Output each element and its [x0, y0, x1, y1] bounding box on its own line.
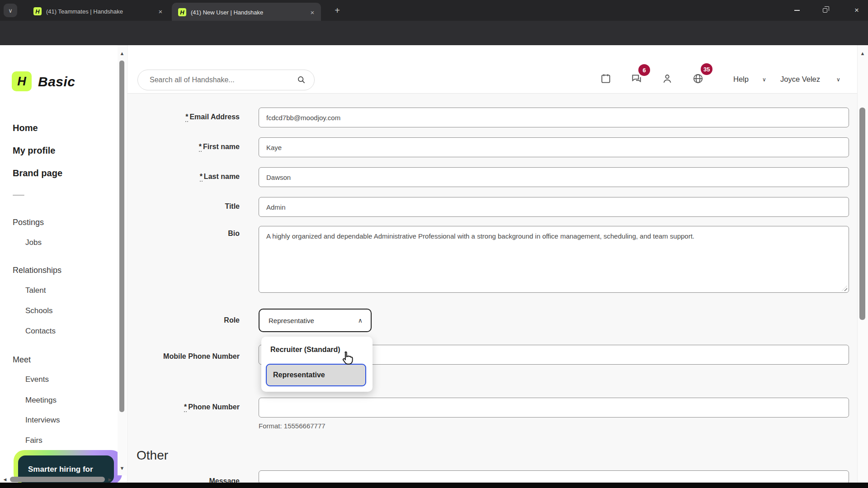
handshake-favicon-icon: H: [33, 7, 42, 15]
sidebar-content-divider: [127, 45, 127, 483]
sidebar-group-postings[interactable]: Postings: [13, 218, 44, 227]
bio-field[interactable]: A highly organized and dependable Admini…: [259, 226, 849, 293]
phone-format-hint: Format: 15556667777: [259, 422, 326, 430]
scroll-down-arrow-icon[interactable]: ▼: [118, 464, 127, 473]
sidebar-item-fairs[interactable]: Fairs: [25, 436, 42, 445]
role-option-recruiter-standard[interactable]: Recruiter (Standard): [270, 346, 340, 354]
tab-strip: ∨ H (41) Teammates | Handshake × H (41) …: [0, 0, 868, 21]
bio-label: Bio: [127, 230, 240, 238]
message-field[interactable]: [259, 470, 849, 484]
chevron-down-icon: ∨: [8, 7, 13, 14]
window-close-button[interactable]: ×: [846, 0, 867, 21]
window-minimize-button[interactable]: [787, 0, 807, 21]
email-field[interactable]: [259, 108, 849, 127]
scroll-up-arrow-icon[interactable]: ▲: [857, 49, 868, 58]
sidebar-item-my-profile[interactable]: My profile: [13, 145, 55, 156]
mobile-label: Mobile Phone Number: [127, 352, 240, 361]
user-menu[interactable]: Joyce Velez: [780, 75, 820, 84]
required-marker: *: [199, 143, 202, 152]
mouse-cursor-icon: [340, 351, 355, 366]
new-tab-button[interactable]: +: [331, 5, 343, 16]
role-selected-value: Representative: [259, 317, 358, 324]
tab-title: (41) Teammates | Handshake: [46, 8, 156, 15]
required-marker: *: [185, 113, 188, 122]
browser-window: ∨ H (41) Teammates | Handshake × H (41) …: [0, 0, 868, 488]
sidebar-hscrollbar-thumb[interactable]: [10, 477, 105, 482]
role-option-representative[interactable]: Representative: [266, 364, 366, 386]
sidebar-item-schools[interactable]: Schools: [25, 306, 52, 315]
promo-text: Smarter hiring for: [28, 465, 93, 474]
content-scrollbar-thumb[interactable]: [859, 108, 865, 320]
window-restore-button[interactable]: [815, 0, 835, 21]
handshake-favicon-icon: H: [178, 8, 186, 16]
sidebar-group-relationships[interactable]: Relationships: [13, 266, 61, 275]
browser-toolbar: ← → ↻ app.joinhandshake.com/emp/users/ne…: [0, 21, 868, 45]
sidebar-item-brand-page[interactable]: Brand page: [13, 168, 62, 178]
chevron-down-icon: ∨: [762, 76, 766, 83]
sidebar-item-home[interactable]: Home: [13, 123, 38, 133]
global-search[interactable]: [137, 70, 315, 90]
role-label: Role: [127, 316, 240, 324]
globe-icon[interactable]: [692, 72, 704, 85]
chevron-up-icon: ∧: [358, 317, 371, 324]
tab-close-icon[interactable]: ×: [156, 6, 165, 16]
search-icon: [297, 75, 306, 86]
sidebar-item-jobs[interactable]: Jobs: [25, 238, 42, 247]
first-name-field[interactable]: [259, 137, 849, 157]
sidebar-group-meet[interactable]: Meet: [13, 355, 31, 365]
sidebar-scrollbar-thumb[interactable]: [119, 61, 124, 412]
sidebar-item-talent[interactable]: Talent: [25, 286, 46, 295]
title-field[interactable]: [259, 197, 849, 217]
tab-search-button[interactable]: ∨: [4, 4, 17, 17]
close-icon: ×: [854, 6, 859, 15]
help-menu[interactable]: Help: [733, 75, 749, 84]
email-label: *Email Address: [127, 113, 240, 121]
role-dropdown-menu: Recruiter (Standard) Representative: [261, 337, 373, 392]
sidebar-divider: [13, 195, 24, 196]
required-marker: *: [200, 173, 203, 182]
tab-title: (41) New User | Handshake: [191, 9, 307, 16]
title-label: Title: [127, 202, 240, 211]
first-name-label: *First name: [127, 143, 240, 151]
tab-new-user[interactable]: H (41) New User | Handshake ×: [172, 3, 321, 21]
calendar-icon[interactable]: [599, 72, 612, 85]
plus-icon: +: [335, 5, 340, 16]
restore-icon: [823, 8, 827, 13]
plan-name-basic: Basic: [38, 74, 75, 89]
chevron-down-icon: ∨: [836, 76, 840, 83]
sidebar-item-meetings[interactable]: Meetings: [25, 396, 57, 405]
search-input[interactable]: [150, 70, 285, 89]
role-select[interactable]: Representative ∧: [259, 309, 372, 332]
window-bottom-edge: [0, 483, 868, 488]
tab-close-icon[interactable]: ×: [307, 7, 317, 17]
phone-label: *Phone Number: [127, 403, 240, 411]
phone-field[interactable]: [259, 398, 849, 418]
handshake-logo-icon[interactable]: H: [12, 71, 32, 91]
minimize-icon: [794, 10, 800, 11]
section-title-other: Other: [137, 448, 168, 463]
messages-badge: 6: [638, 64, 650, 76]
user-icon[interactable]: [661, 72, 674, 85]
last-name-label: *Last name: [127, 173, 240, 181]
required-marker: *: [184, 403, 187, 412]
tab-teammates[interactable]: H (41) Teammates | Handshake ×: [27, 4, 169, 19]
last-name-field[interactable]: [259, 167, 849, 187]
sidebar-item-contacts[interactable]: Contacts: [25, 327, 56, 336]
sidebar-item-events[interactable]: Events: [25, 375, 49, 384]
scroll-up-arrow-icon[interactable]: ▲: [118, 49, 127, 58]
sidebar-item-interviews[interactable]: Interviews: [25, 416, 60, 425]
